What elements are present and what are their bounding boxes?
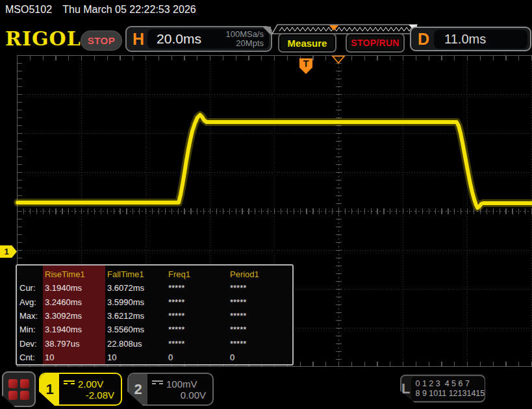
menu-button[interactable] bbox=[2, 371, 36, 407]
logic-analyzer-box[interactable]: L 0 1 2 3 4 5 6 7 8 9 1011 12131415 bbox=[400, 375, 485, 403]
horizontal-timebase-box[interactable]: H 20.0ms 100MSa/s 20Mpts bbox=[125, 26, 272, 52]
table-value: 3.2460ms bbox=[45, 295, 107, 309]
table-value: ***** bbox=[168, 336, 230, 350]
col-header-risetime[interactable]: RiseTime1 bbox=[45, 267, 107, 281]
table-value: 3.5990ms bbox=[107, 295, 168, 309]
sample-rate: 100MSa/s bbox=[225, 29, 264, 39]
col-header-period[interactable]: Period1 bbox=[230, 267, 292, 281]
delay-box[interactable]: D 11.0ms bbox=[410, 27, 531, 51]
channel2-number: 2 bbox=[129, 374, 147, 404]
table-value: 22.808us bbox=[107, 336, 168, 350]
table-value: 10 bbox=[107, 351, 168, 364]
logic-channels-row2: 8 9 1011 12131415 bbox=[415, 389, 485, 399]
dc-coupling-icon bbox=[152, 380, 163, 388]
channel2-offset: 0.00V bbox=[147, 390, 212, 401]
col-header-falltime[interactable]: FallTime1 bbox=[107, 267, 168, 281]
table-value: 10 bbox=[45, 351, 107, 364]
menu-grid-icon bbox=[8, 379, 29, 400]
table-value: 3.6072ms bbox=[107, 281, 168, 295]
run-state-badge[interactable]: STOP bbox=[81, 31, 122, 51]
table-value: ***** bbox=[230, 309, 292, 323]
channel1-number: 1 bbox=[40, 374, 59, 404]
delay-pill: 11.0ms bbox=[434, 30, 527, 49]
table-value: 38.797us bbox=[45, 336, 107, 350]
delay-value: 11.0ms bbox=[444, 32, 486, 47]
rigol-logo: RIGOL bbox=[5, 27, 81, 50]
row-label-max: Max: bbox=[19, 309, 45, 323]
logic-label: L bbox=[401, 376, 410, 401]
channel2-info: 100mV 0.00V bbox=[147, 374, 212, 404]
table-value: 0 bbox=[168, 351, 230, 364]
row-label-dev: Dev: bbox=[19, 336, 45, 350]
channel2-scale: 100mV bbox=[166, 378, 197, 390]
table-value: 0 bbox=[230, 351, 292, 364]
table-value: 3.1940ms bbox=[45, 281, 107, 295]
timebase-value: 20.0ms bbox=[157, 31, 201, 47]
datetime: Thu March 05 22:22:53 2026 bbox=[62, 4, 196, 15]
channel1-info: 2.00V -2.08V bbox=[59, 374, 121, 404]
measurement-table: RiseTime1 FallTime1 Freq1 Period1 Cur: 3… bbox=[16, 264, 294, 366]
channel1-offset: -2.08V bbox=[59, 390, 121, 401]
logic-channels-row1: 0 1 2 3 4 5 6 7 bbox=[415, 379, 485, 389]
dc-coupling-icon bbox=[64, 380, 75, 388]
table-value: ***** bbox=[168, 323, 230, 336]
row-label-min: Min: bbox=[19, 323, 45, 336]
measure-button[interactable]: Measure bbox=[278, 33, 336, 53]
channel1-trace bbox=[18, 115, 532, 208]
channel1-status-box[interactable]: 1 2.00V -2.08V bbox=[39, 373, 122, 406]
titlebar: MSO5102 Thu March 05 22:22:53 2026 bbox=[5, 4, 196, 16]
table-value: ***** bbox=[230, 336, 292, 350]
table-value: ***** bbox=[230, 281, 292, 295]
col-header-freq[interactable]: Freq1 bbox=[168, 267, 230, 281]
d-label: D bbox=[418, 30, 429, 49]
hbox-corner-fold bbox=[262, 27, 271, 35]
table-value: 3.1940ms bbox=[45, 323, 107, 336]
row-label-cur: Cur: bbox=[19, 281, 45, 295]
table-value: ***** bbox=[168, 309, 230, 323]
table-value: 3.3092ms bbox=[45, 309, 107, 323]
row-label-cnt: Cnt: bbox=[19, 351, 45, 364]
table-value: ***** bbox=[230, 295, 292, 309]
table-value: ***** bbox=[168, 295, 230, 309]
acquisition-info: 100MSa/s 20Mpts bbox=[225, 30, 264, 48]
table-corner bbox=[19, 267, 45, 281]
model-name: MSO5102 bbox=[5, 4, 52, 15]
table-value: ***** bbox=[168, 281, 230, 295]
h-label: H bbox=[133, 30, 144, 49]
stop-run-button[interactable]: STOP/RUN bbox=[346, 33, 405, 53]
channel1-scale: 2.00V bbox=[78, 378, 103, 390]
trigger-position-triangle[interactable] bbox=[333, 56, 344, 64]
table-value: ***** bbox=[230, 323, 292, 336]
row-label-avg: Avg: bbox=[19, 295, 45, 309]
memory-depth: 20Mpts bbox=[236, 38, 264, 48]
logic-channels: 0 1 2 3 4 5 6 7 8 9 1011 12131415 bbox=[411, 377, 485, 401]
timebase-pill: 20.0ms 100MSa/s 20Mpts bbox=[147, 29, 269, 49]
oscilloscope-screen: MSO5102 Thu March 05 22:22:53 2026 RIGOL… bbox=[0, 0, 532, 409]
channel2-status-box[interactable]: 2 100mV 0.00V bbox=[127, 373, 214, 406]
table-value: 3.5560ms bbox=[107, 323, 168, 336]
table-value: 3.6212ms bbox=[107, 309, 168, 323]
